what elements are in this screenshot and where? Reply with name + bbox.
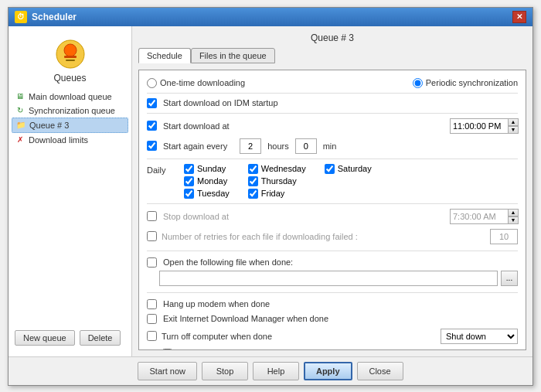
apply-button[interactable]: Apply: [304, 362, 352, 380]
startup-checkbox[interactable]: [147, 98, 157, 108]
main-download-icon: 🖥: [15, 91, 26, 102]
min-label: min: [323, 141, 337, 151]
day-saturday: Saturday: [325, 164, 372, 174]
one-time-label: One-time downloading: [160, 78, 245, 87]
one-time-radio[interactable]: [147, 78, 157, 88]
main-content: Queue # 3 Schedule Files in the queue On…: [132, 26, 532, 356]
sunday-checkbox[interactable]: [184, 164, 194, 174]
bottom-bar: Start now Stop Help Apply Close: [9, 356, 532, 385]
day-wednesday: Wednesday: [248, 164, 306, 174]
exit-idm-label: Exit Internet Download Manager when done: [163, 314, 328, 323]
hangup-row: Hang up modem when done: [147, 299, 518, 309]
periodic-radio-group: Periodic synchronization: [413, 78, 518, 88]
stop-time-field[interactable]: [450, 209, 509, 224]
retries-label: Number of retries for each file if downl…: [162, 232, 358, 241]
hours-value-field[interactable]: [240, 138, 261, 154]
hours-label: hours: [267, 141, 289, 151]
days-col-3: Saturday: [325, 164, 372, 199]
tuesday-label: Tuesday: [197, 189, 230, 198]
start-time-spinner: ▲ ▼: [508, 118, 519, 134]
svg-rect-3: [66, 60, 75, 61]
day-sunday: Sunday: [184, 164, 230, 174]
wednesday-label: Wednesday: [261, 164, 306, 173]
svg-point-1: [64, 44, 77, 56]
day-friday: Friday: [248, 189, 306, 199]
retries-checkbox[interactable]: [147, 231, 157, 241]
stop-button[interactable]: Stop: [202, 362, 248, 380]
hangup-checkbox[interactable]: [147, 299, 157, 309]
title-bar-left: ⏱ Scheduler: [15, 11, 77, 23]
thursday-checkbox[interactable]: [248, 176, 258, 186]
sidebar-item-label: Queue # 3: [29, 121, 69, 130]
sidebar-item-label: Main download queue: [29, 92, 112, 101]
wednesday-checkbox[interactable]: [248, 164, 258, 174]
day-thursday: Thursday: [248, 176, 306, 186]
force-checkbox[interactable]: [162, 349, 172, 350]
startup-label: Start download on IDM startup: [163, 98, 278, 107]
window-body: Queues 🖥 Main download queue ↻ Synchroni…: [9, 26, 532, 356]
start-download-label: Start download at: [163, 121, 230, 131]
sidebar: Queues 🖥 Main download queue ↻ Synchroni…: [9, 26, 132, 356]
title-bar: ⏱ Scheduler ✕: [9, 8, 532, 26]
idm-logo-icon: [55, 39, 86, 70]
exit-idm-checkbox[interactable]: [147, 314, 157, 324]
monday-label: Monday: [197, 176, 227, 186]
stop-time-up-button[interactable]: ▲: [508, 209, 519, 216]
open-file-label: Open the following file when done:: [163, 257, 293, 267]
download-limits-icon: ✗: [15, 135, 26, 145]
stop-download-row: Stop download at ▲ ▼: [147, 209, 518, 224]
tab-content: One-time downloading Periodic synchroniz…: [138, 70, 526, 350]
new-queue-button[interactable]: New queue: [15, 330, 75, 346]
saturday-label: Saturday: [338, 164, 372, 173]
file-path-field[interactable]: [159, 271, 498, 286]
start-time-field[interactable]: [450, 118, 509, 134]
stop-time-input-group: ▲ ▼: [450, 209, 518, 224]
sidebar-icon-area: [12, 32, 128, 73]
stop-download-checkbox[interactable]: [147, 211, 157, 221]
tuesday-checkbox[interactable]: [184, 189, 194, 199]
shutdown-row: Turn off computer when done Shut down Re…: [147, 329, 518, 344]
retries-field[interactable]: [490, 229, 518, 244]
min-value-field[interactable]: [295, 138, 317, 154]
friday-checkbox[interactable]: [248, 189, 258, 199]
tab-schedule[interactable]: Schedule: [138, 48, 191, 63]
sidebar-queues-label: Queues: [12, 73, 128, 84]
svg-rect-2: [64, 56, 77, 58]
monday-checkbox[interactable]: [184, 176, 194, 186]
sidebar-item-label: Synchronization queue: [29, 106, 115, 115]
tab-files-in-queue[interactable]: Files in the queue: [191, 48, 275, 63]
start-time-input-group: ▲ ▼: [450, 118, 518, 134]
sidebar-item-sync-queue[interactable]: ↻ Synchronization queue: [12, 104, 128, 118]
sidebar-item-queue3[interactable]: 📁 Queue # 3: [12, 118, 128, 133]
browse-button[interactable]: ...: [501, 271, 518, 286]
start-now-button[interactable]: Start now: [138, 362, 196, 380]
sidebar-item-main-download[interactable]: 🖥 Main download queue: [12, 90, 128, 104]
periodic-radio[interactable]: [413, 78, 423, 88]
window-title: Scheduler: [32, 12, 77, 22]
queue-title: Queue # 3: [138, 32, 526, 43]
help-button[interactable]: Help: [253, 362, 299, 380]
close-button[interactable]: Close: [357, 362, 403, 380]
section-divider: [147, 251, 518, 251]
day-monday: Monday: [184, 176, 230, 186]
start-download-checkbox[interactable]: [147, 121, 157, 131]
close-window-button[interactable]: ✕: [512, 11, 526, 23]
stop-time-down-button[interactable]: ▼: [508, 216, 519, 224]
start-time-up-button[interactable]: ▲: [508, 118, 519, 126]
sidebar-item-download-limits[interactable]: ✗ Download limits: [12, 133, 128, 147]
stop-download-label: Stop download at: [163, 212, 229, 221]
start-time-down-button[interactable]: ▼: [508, 126, 519, 134]
open-file-section: Open the following file when done: ...: [147, 257, 518, 286]
download-mode-row: One-time downloading Periodic synchroniz…: [147, 78, 518, 94]
hangup-label: Hang up modem when done: [163, 299, 270, 308]
sidebar-bottom: New queue Delete: [12, 326, 128, 350]
exit-idm-row: Exit Internet Download Manager when done: [147, 314, 518, 324]
one-time-radio-group: One-time downloading: [147, 78, 245, 88]
start-again-checkbox[interactable]: [147, 141, 157, 151]
start-download-row: Start download at ▲ ▼: [147, 118, 518, 134]
delete-button[interactable]: Delete: [80, 330, 121, 346]
open-file-checkbox[interactable]: [147, 257, 157, 268]
saturday-checkbox[interactable]: [325, 164, 335, 174]
turn-off-checkbox[interactable]: [147, 331, 157, 341]
shutdown-select[interactable]: Shut down Restart Hibernate Sleep: [441, 329, 518, 344]
